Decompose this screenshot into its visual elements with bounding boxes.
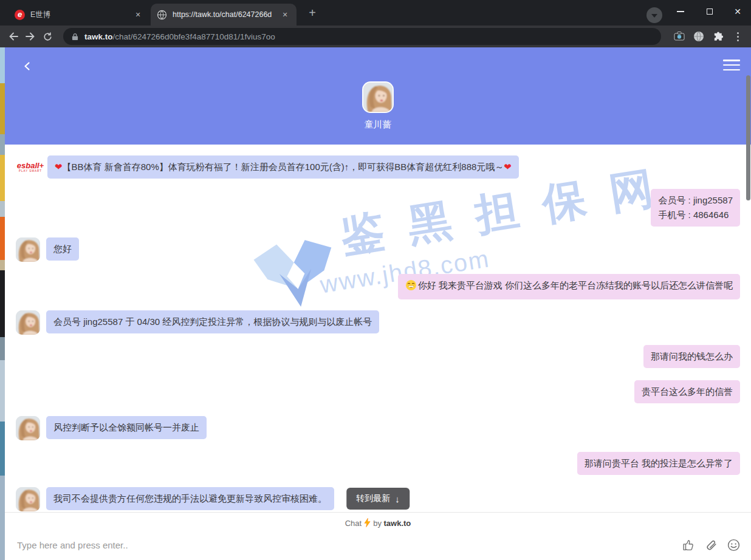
address-bar[interactable]: tawk.to/chat/6247266d0bfe3f4a87710d81/1f… — [63, 28, 661, 45]
chat-footer: Chatby tawk.to — [5, 512, 751, 560]
message-input[interactable] — [17, 536, 605, 554]
agent-name: 童川蔷 — [365, 119, 392, 131]
message-row: 你好 我来贵平台游戏 你们这么多年的老平台冻结我的账号以后还怎么讲信誉呢 — [5, 274, 751, 299]
kebab-menu-icon — [737, 32, 739, 41]
screenshot-camera-button[interactable] — [671, 28, 688, 45]
chat-menu-button[interactable] — [723, 58, 740, 72]
maximize-icon — [707, 9, 713, 15]
tawkto-branding: Chatby tawk.to — [5, 513, 751, 529]
browser-toolbar: tawk.to/chat/6247266d0bfe3f4a87710d81/1f… — [0, 26, 751, 47]
message-row: esball+ PLAY SMART ❤【BB体育 新會首存80%】体育玩粉有福… — [5, 155, 751, 179]
heart-icon: ❤ — [504, 162, 512, 172]
message-row: 会员号 : jing25587 手机号 : 4864646 — [5, 189, 751, 227]
scroll-to-latest-button[interactable]: 转到最新 ↓ — [346, 488, 410, 510]
tab-title: E世博 — [30, 10, 128, 20]
agent-avatar — [362, 81, 394, 113]
reload-button[interactable] — [39, 28, 56, 45]
visitor-message-bubble: 那请问我的钱怎么办 — [643, 345, 740, 368]
chat-widget: 童川蔷 鉴黑担保网 www.jhd8.com esball+ PLAY SMAR… — [5, 47, 751, 560]
underlying-page-edge — [0, 47, 5, 560]
back-button[interactable] — [5, 28, 22, 45]
message-row: 您好 — [5, 237, 751, 262]
down-arrow-icon: ↓ — [395, 494, 400, 504]
lightning-icon — [364, 518, 371, 529]
window-minimize-button[interactable] — [667, 0, 694, 23]
thumbs-up-button[interactable] — [682, 538, 696, 553]
agent-avatar — [16, 416, 40, 440]
lock-icon — [72, 33, 78, 41]
visitor-message-bubble: 会员号 : jing25587 手机号 : 4864646 — [651, 189, 740, 227]
message-row: 贵平台这么多年的信誉 — [5, 380, 751, 403]
message-input-row — [17, 536, 605, 554]
page-scrollbar-thumb[interactable] — [746, 75, 750, 200]
message-row: 风控判断予以全馀额同帐号一并废止 — [5, 416, 751, 440]
tab-title: https://tawk.to/chat/6247266d — [173, 10, 275, 19]
tab-close-icon[interactable]: ✕ — [132, 9, 143, 20]
grin-emoji — [405, 279, 417, 294]
tab-search-caret-button[interactable] — [646, 7, 662, 23]
visitor-message-bubble: 那请问贵平台 我的投注是怎么异常了 — [577, 452, 740, 475]
agent-message-bubble: 风控判断予以全馀额同帐号一并废止 — [46, 416, 207, 439]
chevron-left-icon — [22, 61, 32, 71]
globe-favicon-icon — [157, 10, 167, 20]
tab-strip: e E世博 ✕ https://tawk.to/chat/6247266d ✕ … — [0, 0, 751, 26]
message-row: 会员号 jing25587 于 04/30 经风控判定投注异常，根据协议与规则与… — [5, 310, 751, 335]
chat-header: 童川蔷 — [5, 47, 751, 145]
window-close-button[interactable]: ✕ — [724, 0, 751, 23]
attach-file-button[interactable] — [704, 538, 719, 553]
agent-message-bubble: 会员号 jing25587 于 04/30 经风控判定投注异常，根据协议与规则与… — [46, 310, 379, 333]
heart-icon: ❤ — [55, 162, 63, 172]
tab-tawkto[interactable]: https://tawk.to/chat/6247266d ✕ — [151, 4, 297, 26]
translate-globe-button[interactable] — [690, 28, 707, 45]
minimize-icon — [677, 11, 684, 12]
window-maximize-button[interactable] — [696, 0, 723, 23]
extensions-puzzle-button[interactable] — [710, 28, 727, 45]
esball-logo: esball+ PLAY SMART — [16, 162, 45, 173]
visitor-message-bubble: 贵平台这么多年的信誉 — [634, 380, 740, 403]
browser-menu-button[interactable] — [729, 28, 746, 45]
visitor-message-bubble: 你好 我来贵平台游戏 你们这么多年的老平台冻结我的账号以后还怎么讲信誉呢 — [398, 274, 740, 299]
message-list: 鉴黑担保网 www.jhd8.com esball+ PLAY SMART ❤【… — [5, 145, 751, 512]
agent-message-bubble: 您好 — [46, 237, 79, 261]
emoji-picker-button[interactable] — [727, 538, 741, 553]
tab-esbo[interactable]: e E世博 ✕ — [9, 4, 149, 26]
url-path: /chat/6247266d0bfe3f4a87710d81/1fvius7oo — [113, 32, 275, 41]
agent-avatar — [16, 237, 40, 262]
chat-back-button[interactable] — [18, 57, 36, 75]
promo-message-bubble: ❤【BB体育 新會首存80%】体育玩粉有福了！新注册会员首存100元(含)↑，即… — [47, 155, 519, 179]
agent-avatar — [16, 310, 40, 335]
message-row: 那请问贵平台 我的投注是怎么异常了 — [5, 452, 751, 475]
url-host: tawk.to — [84, 32, 113, 41]
message-row: 那请问我的钱怎么办 — [5, 345, 751, 368]
forward-button[interactable] — [22, 28, 39, 45]
tawkto-chat-page: 童川蔷 鉴黑担保网 www.jhd8.com esball+ PLAY SMAR… — [0, 47, 751, 560]
new-tab-button[interactable]: + — [305, 6, 320, 21]
caret-down-icon — [651, 14, 657, 18]
tab-close-icon[interactable]: ✕ — [279, 9, 290, 20]
esball-favicon-icon: e — [15, 10, 25, 20]
agent-message-bubble: 我司不会提供贵方任何您违规的手法以避免更新导致风控审核困难。 — [46, 487, 334, 510]
agent-avatar — [16, 487, 40, 511]
hamburger-icon — [723, 60, 740, 61]
